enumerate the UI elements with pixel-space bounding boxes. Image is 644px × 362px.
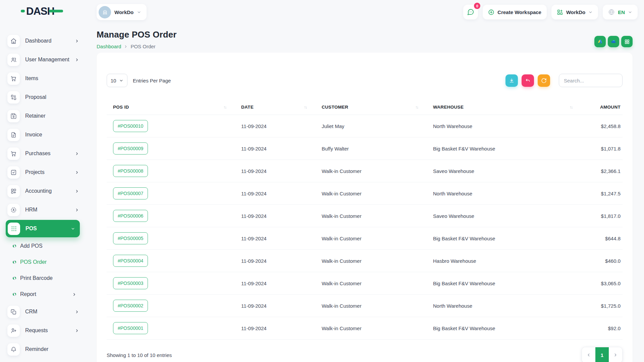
bullet-icon xyxy=(13,277,16,280)
brand-logo[interactable]: DASH xyxy=(21,5,63,17)
sidebar-item-dashboard[interactable]: Dashboard xyxy=(0,32,86,50)
breadcrumb: Dashboard POS Order xyxy=(97,44,177,49)
google-drive-button[interactable] xyxy=(594,36,606,47)
entries-per-page-select[interactable]: 10 xyxy=(107,74,127,87)
pos-id-link[interactable]: #POS00010 xyxy=(113,120,148,132)
cell-amount: $1,725.0 xyxy=(581,303,623,309)
cell-amount: $1,247.5 xyxy=(581,191,623,196)
workspace-selector[interactable]: WorkDo xyxy=(97,4,147,20)
cell-warehouse: Big Basket F&V Warehouse xyxy=(427,146,581,152)
pos-id-link[interactable]: #POS00002 xyxy=(113,300,148,312)
sort-icon[interactable]: ↑↓ xyxy=(304,105,307,110)
table-footer: Showing 1 to 10 of 10 entries 1 xyxy=(107,347,623,362)
pagination-prev-button[interactable] xyxy=(582,347,595,362)
sidebar-item-projects[interactable]: Projects xyxy=(0,163,86,182)
table-actions xyxy=(505,74,623,87)
pos-id-link[interactable]: #POS00001 xyxy=(113,322,148,334)
sidebar-item-accounting[interactable]: Accounting xyxy=(0,182,86,200)
pos-id-link[interactable]: #POS00006 xyxy=(113,210,148,222)
cell-date: 11-09-2024 xyxy=(235,281,315,286)
onedrive-cloud-icon xyxy=(610,38,617,45)
table-header-row: POS ID↑↓ DATE↑↓ CUSTOMER↑↓ WAREHOUSE↑↓ A… xyxy=(107,100,623,115)
chevron-right-icon xyxy=(75,328,79,333)
pos-id-link[interactable]: #POS00009 xyxy=(113,142,148,155)
search-input[interactable] xyxy=(559,74,623,87)
messages-button[interactable]: 0 xyxy=(463,5,478,19)
sort-icon[interactable]: ↑↓ xyxy=(570,105,572,110)
sidebar-item-invoice[interactable]: Invoice xyxy=(0,125,86,144)
cell-warehouse: North Warehouse xyxy=(427,303,581,309)
sidebar-item-crm[interactable]: CRM xyxy=(0,302,86,321)
pos-id-link[interactable]: #POS00008 xyxy=(113,165,148,177)
cell-customer: Walk-in Customer xyxy=(315,191,427,196)
undo-icon xyxy=(525,78,531,83)
sidebar-subitem-report[interactable]: Report xyxy=(0,286,86,302)
chevron-down-icon xyxy=(119,78,123,83)
chevron-right-icon xyxy=(75,58,79,62)
cell-warehouse: North Warehouse xyxy=(427,191,581,196)
sort-icon[interactable]: ↑↓ xyxy=(223,105,226,110)
globe-icon xyxy=(608,9,615,15)
google-drive-icon xyxy=(597,39,603,45)
save-icon xyxy=(7,110,20,122)
cell-warehouse: North Warehouse xyxy=(427,123,581,129)
chevron-right-icon xyxy=(124,45,128,49)
cell-customer: Walk-in Customer xyxy=(315,168,427,174)
sidebar-item-pos[interactable]: POS xyxy=(6,220,80,237)
chevron-right-icon xyxy=(75,152,79,156)
sidebar-item-retainer[interactable]: Retainer xyxy=(0,107,86,125)
export-download-button[interactable] xyxy=(505,74,518,87)
cell-amount: $1,071.8 xyxy=(581,146,623,152)
grid-icon xyxy=(624,39,630,45)
sidebar-subitem-pos-order[interactable]: POS Order xyxy=(0,254,86,270)
column-header-amount[interactable]: AMOUNT xyxy=(581,105,623,110)
sort-icon[interactable]: ↑↓ xyxy=(415,105,418,110)
chevron-down-icon xyxy=(71,227,75,231)
sidebar-item-hrm[interactable]: HRM xyxy=(0,200,86,219)
sidebar-subitem-print-barcode[interactable]: Print Barcode xyxy=(0,270,86,286)
page-title: Manage POS Order xyxy=(97,29,177,40)
grid-view-button[interactable] xyxy=(621,36,633,47)
column-header-pos-id[interactable]: POS ID↑↓ xyxy=(107,105,235,110)
sidebar-item-user-management[interactable]: User Management xyxy=(0,50,86,69)
sidebar-item-proposal[interactable]: Proposal xyxy=(0,88,86,107)
user-plus-icon xyxy=(7,324,20,337)
language-selector[interactable]: EN xyxy=(603,5,638,19)
check-square-icon xyxy=(7,166,20,179)
cell-customer: Walk-in Customer xyxy=(315,281,427,286)
cell-warehouse: Saveo Warehouse xyxy=(427,213,581,219)
sidebar-item-requests[interactable]: Requests xyxy=(0,321,86,340)
chevron-right-icon xyxy=(72,292,76,297)
page-header: Manage POS Order Dashboard POS Order xyxy=(97,29,633,49)
pos-id-link[interactable]: #POS00007 xyxy=(113,187,148,199)
cell-date: 11-09-2024 xyxy=(235,258,315,264)
sidebar-item-items[interactable]: Items xyxy=(0,69,86,88)
cell-date: 11-09-2024 xyxy=(235,236,315,241)
pos-id-link[interactable]: #POS00003 xyxy=(113,277,148,289)
refresh-button[interactable] xyxy=(538,74,550,87)
sidebar-subitem-add-pos[interactable]: Add POS xyxy=(0,238,86,254)
plus-circle-icon xyxy=(488,9,494,15)
column-header-date[interactable]: DATE↑↓ xyxy=(235,105,315,110)
sidebar-item-reminder[interactable]: Reminder xyxy=(0,340,86,359)
onedrive-button[interactable] xyxy=(608,36,619,47)
cell-amount: $92.0 xyxy=(581,325,623,331)
grid-plus-icon xyxy=(7,185,20,197)
pos-id-link[interactable]: #POS00005 xyxy=(113,232,148,244)
cell-date: 11-09-2024 xyxy=(235,303,315,309)
pagination-next-button[interactable] xyxy=(609,347,622,362)
cell-amount: $2,366.1 xyxy=(581,168,623,174)
sidebar-item-purchases[interactable]: Purchases xyxy=(0,144,86,163)
pos-id-link[interactable]: #POS00004 xyxy=(113,255,148,267)
cell-amount: $3,065.0 xyxy=(581,281,623,286)
breadcrumb-dashboard-link[interactable]: Dashboard xyxy=(97,44,121,49)
column-header-customer[interactable]: CUSTOMER↑↓ xyxy=(315,105,427,110)
entries-summary: Showing 1 to 10 of 10 entries xyxy=(107,352,172,358)
pagination-page-1[interactable]: 1 xyxy=(595,347,609,362)
reset-undo-button[interactable] xyxy=(522,74,534,87)
app-switcher-button[interactable]: WorkDo xyxy=(551,5,598,19)
cell-customer: Walk-in Customer xyxy=(315,258,427,264)
create-workspace-button[interactable]: Create Workspace xyxy=(483,5,547,19)
table-row: #POS00009 11-09-2024 Buffy Walter Big Ba… xyxy=(107,137,623,160)
column-header-warehouse[interactable]: WAREHOUSE↑↓ xyxy=(427,105,581,110)
